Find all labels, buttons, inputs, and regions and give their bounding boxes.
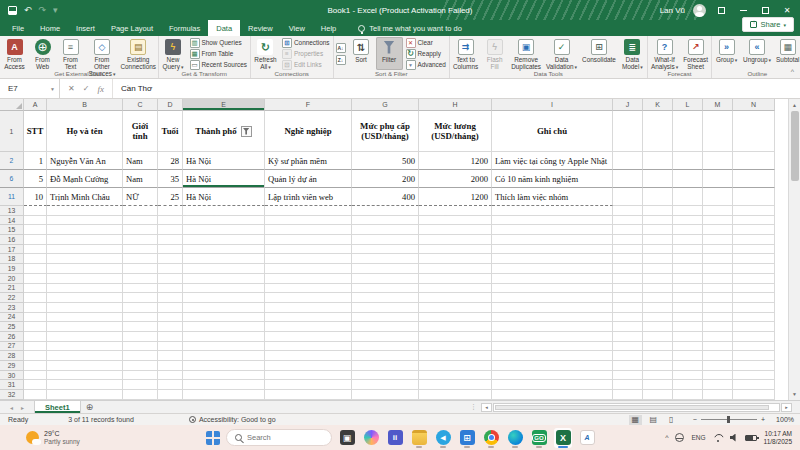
empty-cell[interactable] — [47, 361, 123, 371]
empty-cell[interactable] — [643, 274, 673, 284]
empty-cell[interactable] — [183, 342, 265, 352]
empty-cell[interactable] — [47, 322, 123, 332]
advanced-button[interactable]: Advanced — [406, 60, 446, 70]
empty-cell[interactable] — [352, 380, 419, 390]
data-cell[interactable]: NỮ — [123, 188, 158, 206]
empty-cell[interactable] — [673, 225, 703, 235]
row-header-29[interactable]: 29 — [0, 361, 24, 371]
show-queries-button[interactable]: Show Queries — [190, 38, 247, 48]
ungroup-button[interactable]: Ungroup — [741, 37, 773, 70]
empty-cell[interactable] — [733, 380, 775, 390]
row-header-16[interactable]: 16 — [0, 235, 24, 245]
empty-cell[interactable] — [265, 351, 352, 361]
empty-cell[interactable] — [265, 235, 352, 245]
empty-cell[interactable] — [123, 380, 158, 390]
row-header-30[interactable]: 30 — [0, 371, 24, 381]
data-model-button[interactable]: Data Model — [619, 37, 646, 70]
column-header-h[interactable]: H — [419, 99, 492, 111]
empty-cell[interactable] — [673, 235, 703, 245]
empty-cell[interactable] — [643, 225, 673, 235]
task-view-icon[interactable] — [338, 428, 356, 448]
avatar[interactable] — [693, 4, 706, 17]
header-cell-ngh-nghi-p[interactable]: Nghề nghiệp — [265, 111, 352, 152]
empty-cell[interactable] — [352, 245, 419, 255]
share-button[interactable]: Share ▾ — [742, 17, 794, 32]
empty-cell[interactable] — [643, 303, 673, 313]
empty-cell[interactable] — [733, 216, 775, 226]
empty-cell[interactable] — [613, 235, 643, 245]
empty-cell[interactable] — [419, 284, 492, 294]
empty-cell[interactable] — [613, 322, 643, 332]
empty-cell[interactable] — [158, 293, 183, 303]
empty-cell[interactable] — [733, 188, 775, 206]
empty-cell[interactable] — [123, 225, 158, 235]
empty-cell[interactable] — [265, 284, 352, 294]
empty-cell[interactable] — [673, 371, 703, 381]
empty-cell[interactable] — [643, 351, 673, 361]
empty-cell[interactable] — [158, 264, 183, 274]
menu-tab-review[interactable]: Review — [240, 20, 281, 36]
empty-cell[interactable] — [492, 342, 613, 352]
empty-cell[interactable] — [47, 342, 123, 352]
empty-cell[interactable] — [613, 313, 643, 323]
sort-button[interactable]: Sort — [348, 37, 375, 70]
empty-cell[interactable] — [703, 254, 733, 264]
empty-cell[interactable] — [265, 225, 352, 235]
empty-cell[interactable] — [733, 332, 775, 342]
reapply-button[interactable]: Reapply — [406, 49, 446, 59]
empty-cell[interactable] — [158, 245, 183, 255]
header-cell-h-v-t-n[interactable]: Họ và tên — [47, 111, 123, 152]
empty-cell[interactable] — [123, 274, 158, 284]
empty-cell[interactable] — [613, 303, 643, 313]
empty-cell[interactable] — [733, 313, 775, 323]
empty-cell[interactable] — [352, 235, 419, 245]
empty-cell[interactable] — [47, 380, 123, 390]
empty-cell[interactable] — [673, 361, 703, 371]
zoom-slider-thumb[interactable] — [727, 416, 730, 423]
empty-cell[interactable] — [673, 170, 703, 188]
empty-cell[interactable] — [183, 216, 265, 226]
empty-cell[interactable] — [733, 293, 775, 303]
collapse-ribbon-icon[interactable]: ^ — [791, 68, 794, 75]
consolidate-button[interactable]: Consolidate — [580, 37, 618, 70]
empty-cell[interactable] — [492, 303, 613, 313]
empty-cell[interactable] — [47, 313, 123, 323]
sort-descending-button[interactable] — [336, 55, 346, 65]
empty-cell[interactable] — [24, 225, 47, 235]
empty-cell[interactable] — [352, 254, 419, 264]
empty-cell[interactable] — [352, 225, 419, 235]
empty-cell[interactable] — [123, 361, 158, 371]
empty-cell[interactable] — [643, 390, 673, 400]
row-header-28[interactable]: 28 — [0, 351, 24, 361]
data-cell[interactable]: Làm việc tại công ty Apple Nhật — [492, 152, 613, 170]
empty-cell[interactable] — [47, 390, 123, 400]
empty-cell[interactable] — [613, 216, 643, 226]
empty-cell[interactable] — [613, 293, 643, 303]
empty-cell[interactable] — [733, 322, 775, 332]
empty-cell[interactable] — [183, 225, 265, 235]
data-validation-button[interactable]: Data Validation — [544, 37, 579, 70]
empty-cell[interactable] — [265, 371, 352, 381]
remove-duplicates-button[interactable]: Remove Duplicates — [509, 37, 543, 70]
empty-cell[interactable] — [24, 371, 47, 381]
row-header-11[interactable]: 11 — [0, 188, 24, 206]
empty-cell[interactable] — [24, 293, 47, 303]
data-cell[interactable]: 5 — [24, 170, 47, 188]
empty-cell[interactable] — [183, 235, 265, 245]
empty-cell[interactable] — [703, 322, 733, 332]
empty-cell[interactable] — [352, 274, 419, 284]
scrollbar-resize-handle[interactable]: ⋮ — [470, 403, 477, 411]
from-web-button[interactable]: From Web — [29, 37, 56, 70]
empty-cell[interactable] — [703, 274, 733, 284]
empty-cell[interactable] — [47, 284, 123, 294]
from-access-button[interactable]: From Access — [1, 37, 28, 70]
empty-cell[interactable] — [352, 293, 419, 303]
empty-cell[interactable] — [265, 361, 352, 371]
empty-cell[interactable] — [24, 342, 47, 352]
empty-cell[interactable] — [673, 152, 703, 170]
empty-cell[interactable] — [419, 293, 492, 303]
empty-cell[interactable] — [265, 322, 352, 332]
empty-cell[interactable] — [419, 245, 492, 255]
empty-cell[interactable] — [47, 225, 123, 235]
file-explorer-icon[interactable] — [410, 428, 428, 448]
